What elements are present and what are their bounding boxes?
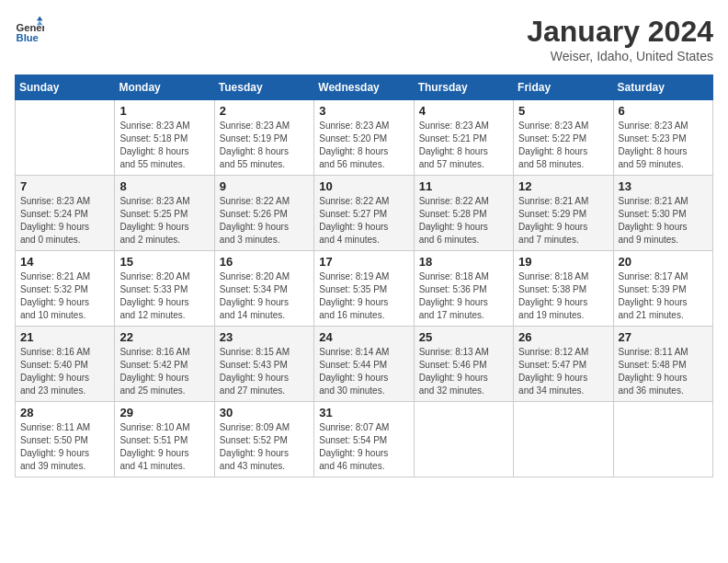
calendar-cell: 21Sunrise: 8:16 AM Sunset: 5:40 PM Dayli… [16, 327, 115, 402]
week-row-2: 7Sunrise: 8:23 AM Sunset: 5:24 PM Daylig… [16, 176, 713, 251]
day-info: Sunrise: 8:18 AM Sunset: 5:38 PM Dayligh… [518, 270, 608, 322]
calendar-cell: 23Sunrise: 8:15 AM Sunset: 5:43 PM Dayli… [214, 327, 313, 402]
day-info: Sunrise: 8:15 AM Sunset: 5:43 PM Dayligh… [220, 346, 309, 397]
calendar-cell: 6Sunrise: 8:23 AM Sunset: 5:23 PM Daylig… [613, 100, 712, 176]
day-info: Sunrise: 8:23 AM Sunset: 5:24 PM Dayligh… [20, 195, 109, 247]
day-number: 27 [619, 330, 708, 344]
week-row-3: 14Sunrise: 8:21 AM Sunset: 5:32 PM Dayli… [16, 251, 713, 327]
day-number: 21 [20, 330, 109, 344]
day-info: Sunrise: 8:20 AM Sunset: 5:33 PM Dayligh… [119, 270, 209, 322]
day-info: Sunrise: 8:22 AM Sunset: 5:26 PM Dayligh… [220, 195, 309, 247]
calendar-cell: 26Sunrise: 8:12 AM Sunset: 5:47 PM Dayli… [514, 327, 613, 402]
svg-text:Blue: Blue [17, 32, 39, 43]
calendar-subtitle: Weiser, Idaho, United States [527, 49, 713, 63]
week-row-4: 21Sunrise: 8:16 AM Sunset: 5:40 PM Dayli… [16, 327, 713, 402]
calendar-cell: 15Sunrise: 8:20 AM Sunset: 5:33 PM Dayli… [115, 251, 214, 327]
day-info: Sunrise: 8:22 AM Sunset: 5:28 PM Dayligh… [419, 195, 508, 247]
calendar-cell: 7Sunrise: 8:23 AM Sunset: 5:24 PM Daylig… [16, 176, 115, 251]
day-info: Sunrise: 8:21 AM Sunset: 5:30 PM Dayligh… [619, 195, 708, 247]
day-info: Sunrise: 8:16 AM Sunset: 5:42 PM Dayligh… [119, 346, 209, 397]
day-number: 20 [619, 255, 708, 269]
day-info: Sunrise: 8:21 AM Sunset: 5:29 PM Dayligh… [518, 195, 608, 247]
day-number: 11 [419, 179, 508, 193]
calendar-cell: 1Sunrise: 8:23 AM Sunset: 5:18 PM Daylig… [115, 100, 214, 176]
day-info: Sunrise: 8:23 AM Sunset: 5:23 PM Dayligh… [619, 120, 708, 171]
calendar-cell: 25Sunrise: 8:13 AM Sunset: 5:46 PM Dayli… [414, 327, 513, 402]
calendar-cell [613, 402, 712, 477]
day-info: Sunrise: 8:23 AM Sunset: 5:21 PM Dayligh… [419, 120, 508, 171]
calendar-cell: 8Sunrise: 8:23 AM Sunset: 5:25 PM Daylig… [115, 176, 214, 251]
calendar-cell: 28Sunrise: 8:11 AM Sunset: 5:50 PM Dayli… [16, 402, 115, 477]
header-monday: Monday [115, 75, 214, 100]
calendar-cell: 10Sunrise: 8:22 AM Sunset: 5:27 PM Dayli… [314, 176, 414, 251]
day-info: Sunrise: 8:17 AM Sunset: 5:39 PM Dayligh… [619, 270, 708, 322]
day-number: 28 [20, 406, 109, 419]
header-tuesday: Tuesday [214, 75, 313, 100]
calendar-cell: 12Sunrise: 8:21 AM Sunset: 5:29 PM Dayli… [514, 176, 613, 251]
day-number: 19 [518, 255, 608, 269]
calendar-cell: 2Sunrise: 8:23 AM Sunset: 5:19 PM Daylig… [214, 100, 313, 176]
day-info: Sunrise: 8:20 AM Sunset: 5:34 PM Dayligh… [220, 270, 309, 322]
calendar-cell: 30Sunrise: 8:09 AM Sunset: 5:52 PM Dayli… [214, 402, 313, 477]
day-number: 1 [119, 104, 209, 118]
week-row-5: 28Sunrise: 8:11 AM Sunset: 5:50 PM Dayli… [16, 402, 713, 477]
day-info: Sunrise: 8:23 AM Sunset: 5:18 PM Dayligh… [119, 120, 209, 171]
header-saturday: Saturday [613, 75, 712, 100]
calendar-cell: 14Sunrise: 8:21 AM Sunset: 5:32 PM Dayli… [16, 251, 115, 327]
calendar-cell [16, 100, 115, 176]
calendar-cell: 20Sunrise: 8:17 AM Sunset: 5:39 PM Dayli… [613, 251, 712, 327]
day-info: Sunrise: 8:07 AM Sunset: 5:54 PM Dayligh… [319, 421, 408, 473]
title-section: January 2024 Weiser, Idaho, United State… [527, 15, 713, 63]
day-info: Sunrise: 8:11 AM Sunset: 5:50 PM Dayligh… [20, 421, 109, 473]
day-info: Sunrise: 8:23 AM Sunset: 5:20 PM Dayligh… [319, 120, 408, 171]
calendar-cell: 16Sunrise: 8:20 AM Sunset: 5:34 PM Dayli… [214, 251, 313, 327]
day-number: 18 [419, 255, 508, 269]
day-info: Sunrise: 8:18 AM Sunset: 5:36 PM Dayligh… [419, 270, 508, 322]
header-wednesday: Wednesday [314, 75, 414, 100]
header-sunday: Sunday [16, 75, 115, 100]
day-number: 23 [220, 330, 309, 344]
calendar-cell: 31Sunrise: 8:07 AM Sunset: 5:54 PM Dayli… [314, 402, 414, 477]
day-number: 9 [220, 179, 309, 193]
calendar-cell: 29Sunrise: 8:10 AM Sunset: 5:51 PM Dayli… [115, 402, 214, 477]
day-number: 3 [319, 104, 408, 118]
day-info: Sunrise: 8:10 AM Sunset: 5:51 PM Dayligh… [119, 421, 209, 473]
day-number: 24 [319, 330, 408, 344]
logo-icon: General Blue [15, 15, 44, 44]
day-info: Sunrise: 8:13 AM Sunset: 5:46 PM Dayligh… [419, 346, 508, 397]
day-number: 15 [119, 255, 209, 269]
calendar-cell: 19Sunrise: 8:18 AM Sunset: 5:38 PM Dayli… [514, 251, 613, 327]
calendar-cell: 27Sunrise: 8:11 AM Sunset: 5:48 PM Dayli… [613, 327, 712, 402]
calendar-cell [414, 402, 513, 477]
calendar-cell [514, 402, 613, 477]
day-number: 7 [20, 179, 109, 193]
calendar-cell: 24Sunrise: 8:14 AM Sunset: 5:44 PM Dayli… [314, 327, 414, 402]
day-info: Sunrise: 8:12 AM Sunset: 5:47 PM Dayligh… [518, 346, 608, 397]
day-number: 17 [319, 255, 408, 269]
calendar-cell: 3Sunrise: 8:23 AM Sunset: 5:20 PM Daylig… [314, 100, 414, 176]
calendar-cell: 11Sunrise: 8:22 AM Sunset: 5:28 PM Dayli… [414, 176, 513, 251]
calendar-cell: 5Sunrise: 8:23 AM Sunset: 5:22 PM Daylig… [514, 100, 613, 176]
week-row-1: 1Sunrise: 8:23 AM Sunset: 5:18 PM Daylig… [16, 100, 713, 176]
day-number: 16 [220, 255, 309, 269]
day-number: 8 [119, 179, 209, 193]
day-number: 31 [319, 406, 408, 419]
day-info: Sunrise: 8:23 AM Sunset: 5:25 PM Dayligh… [119, 195, 209, 247]
calendar-cell: 17Sunrise: 8:19 AM Sunset: 5:35 PM Dayli… [314, 251, 414, 327]
day-number: 5 [518, 104, 608, 118]
header-friday: Friday [514, 75, 613, 100]
calendar-cell: 22Sunrise: 8:16 AM Sunset: 5:42 PM Dayli… [115, 327, 214, 402]
calendar-title: January 2024 [527, 15, 713, 49]
day-info: Sunrise: 8:19 AM Sunset: 5:35 PM Dayligh… [319, 270, 408, 322]
day-number: 26 [518, 330, 608, 344]
day-number: 22 [119, 330, 209, 344]
day-info: Sunrise: 8:23 AM Sunset: 5:22 PM Dayligh… [518, 120, 608, 171]
day-info: Sunrise: 8:09 AM Sunset: 5:52 PM Dayligh… [220, 421, 309, 473]
day-number: 30 [220, 406, 309, 419]
calendar-cell: 4Sunrise: 8:23 AM Sunset: 5:21 PM Daylig… [414, 100, 513, 176]
calendar-table: Sunday Monday Tuesday Wednesday Thursday… [15, 75, 713, 477]
day-info: Sunrise: 8:11 AM Sunset: 5:48 PM Dayligh… [619, 346, 708, 397]
header-thursday: Thursday [414, 75, 513, 100]
calendar-cell: 13Sunrise: 8:21 AM Sunset: 5:30 PM Dayli… [613, 176, 712, 251]
calendar-cell: 18Sunrise: 8:18 AM Sunset: 5:36 PM Dayli… [414, 251, 513, 327]
